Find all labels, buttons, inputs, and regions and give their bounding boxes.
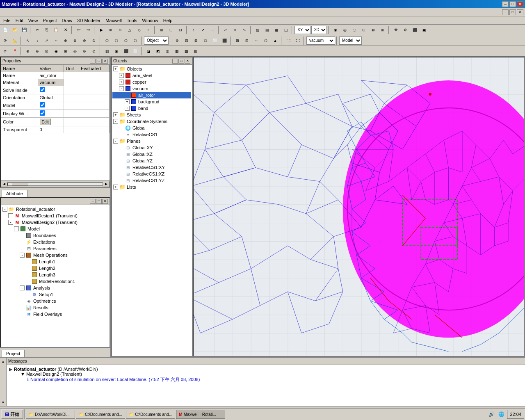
display-wireframe-checkbox[interactable]: [40, 110, 45, 116]
tb-b26[interactable]: 👁: [391, 25, 400, 34]
menu-project[interactable]: Project: [40, 17, 59, 24]
proj-tree-item-mesh-operations[interactable]: -Mesh Operations: [2, 252, 109, 258]
close-button[interactable]: ✕: [517, 1, 523, 7]
project-tab[interactable]: Project: [2, 350, 25, 357]
tb-r2-23[interactable]: ↔: [252, 36, 261, 45]
obj-maximize-btn[interactable]: □: [178, 59, 184, 64]
props-close-btn[interactable]: ✕: [102, 59, 108, 64]
tb-r2-27[interactable]: ⛶: [293, 36, 302, 45]
tb-r2-3[interactable]: ↖: [23, 36, 32, 45]
tb-copy[interactable]: ⎘: [42, 25, 51, 34]
tb-b1[interactable]: ▶: [97, 25, 106, 34]
tb-b6[interactable]: ○: [144, 25, 153, 34]
tb-b11[interactable]: ↗: [199, 25, 208, 34]
tb-b4[interactable]: △: [125, 25, 134, 34]
menu-edit[interactable]: Edit: [13, 17, 26, 24]
tb-r3-9[interactable]: ⊘: [80, 47, 89, 56]
tb-r2-18[interactable]: □: [201, 36, 210, 45]
inner-close-button[interactable]: ✕: [517, 9, 523, 15]
tb-b21[interactable]: ◎: [340, 25, 349, 34]
tb-b8[interactable]: ⊡: [167, 25, 176, 34]
prop-row-material[interactable]: Material vacuum: [1, 79, 110, 86]
tb-b12[interactable]: →: [208, 25, 217, 34]
menu-draw[interactable]: Draw: [59, 17, 75, 24]
tb-r3-11[interactable]: ▥: [103, 47, 112, 56]
tb-r2-17[interactable]: ⊠: [192, 36, 201, 45]
tb-r3-13[interactable]: ⬛: [121, 47, 130, 56]
tb-r2-1[interactable]: ⟳: [1, 36, 10, 45]
obj-tree-item-coordinate-systems[interactable]: -📁Coordinate Systems: [112, 118, 191, 125]
prop-row-display[interactable]: Display Wi...: [1, 110, 110, 118]
prop-trans-value[interactable]: 0: [38, 126, 64, 133]
prop-row-orient[interactable]: Orientation Global: [1, 94, 110, 101]
menu-tools[interactable]: Tools: [124, 17, 140, 24]
props-maximize-btn[interactable]: □: [96, 59, 102, 64]
prop-model-value[interactable]: [38, 101, 64, 110]
obj-tree-item-objects[interactable]: +📁Objects: [112, 66, 191, 72]
obj-tree-item-global-xy[interactable]: ⊟Global:XY: [112, 144, 191, 151]
proj-tree-item-modelresolution1[interactable]: ModelResolution1: [2, 278, 109, 285]
taskbar-item-explorer1[interactable]: 📁 D:\Ansoft\WorkDi...: [26, 410, 75, 419]
prop-row-name[interactable]: Name air_rotor: [1, 72, 110, 79]
proj-tree-item-length3[interactable]: Length3: [2, 272, 109, 278]
tree-minimize-btn[interactable]: ─: [90, 199, 96, 204]
tb-r2-14[interactable]: ⬡: [131, 36, 140, 45]
obj-tree-item-relativecs1[interactable]: ⌖RelativeCS1: [112, 131, 191, 138]
tb-r2-4[interactable]: ↕: [33, 36, 42, 45]
prop-solve-value[interactable]: [38, 86, 64, 94]
prop-row-model[interactable]: Model: [1, 101, 110, 110]
tb-paste[interactable]: 📋: [52, 25, 61, 34]
tb-b23[interactable]: ⊡: [359, 25, 368, 34]
tb-new[interactable]: 📄: [1, 25, 10, 34]
tb-b16[interactable]: ▨: [253, 25, 262, 34]
3d-viewport[interactable]: X Y Z: [194, 57, 524, 356]
tb-b2[interactable]: ⊕: [106, 25, 115, 34]
hscroll-left-btn[interactable]: ◀: [1, 181, 7, 187]
prop-display-value[interactable]: [38, 110, 64, 118]
maximize-button[interactable]: □: [509, 1, 516, 7]
tb-b13[interactable]: ⤢: [221, 25, 230, 34]
tb-b18[interactable]: ▦: [272, 25, 281, 34]
tb-r2-9[interactable]: ⊘: [80, 36, 89, 45]
prop-color-value[interactable]: Edit: [38, 118, 64, 126]
hscroll-thumb[interactable]: [12, 183, 28, 185]
tb-undo[interactable]: ↩: [74, 25, 83, 34]
tb-r3-19[interactable]: ▩: [182, 47, 191, 56]
prop-name-value[interactable]: air_rotor: [38, 72, 64, 79]
tb-r3-14[interactable]: ⬜: [131, 47, 140, 56]
taskbar-item-explorer3[interactable]: 📁 C:\Documents and...: [126, 410, 175, 419]
prop-row-transparent[interactable]: Transparent 0: [1, 126, 110, 133]
obj-tree-item-arm-steel[interactable]: +arm_steel: [112, 72, 191, 79]
obj-tree-item-global-yz[interactable]: ⊟Global:YZ: [112, 158, 191, 164]
attribute-tab[interactable]: Attribute: [2, 190, 27, 197]
hscroll-track[interactable]: [7, 183, 103, 186]
tb-b20[interactable]: ◉: [331, 25, 340, 34]
tb-b29[interactable]: ▣: [420, 25, 429, 34]
tb-cut[interactable]: ✂: [33, 25, 42, 34]
tb-r3-1[interactable]: ⟳: [1, 47, 10, 56]
prop-row-solve[interactable]: Solve Inside: [1, 86, 110, 94]
tb-r3-16[interactable]: ◩: [153, 47, 162, 56]
proj-tree-item-maxwelldesign2--transient-[interactable]: -MMaxwellDesign2 (Transient): [2, 219, 109, 226]
tb-r3-18[interactable]: ▦: [172, 47, 181, 56]
menu-help[interactable]: Help: [161, 17, 175, 24]
color-edit-button[interactable]: Edit: [40, 119, 51, 125]
obj-tree-item-band[interactable]: +band: [112, 105, 191, 112]
tb-b17[interactable]: ▤: [262, 25, 272, 34]
tree-close-btn[interactable]: ✕: [102, 199, 108, 204]
tb-r2-21[interactable]: ⊞: [233, 36, 242, 45]
proj-tree-item-rotational-actuator[interactable]: -📁Rotational_actuator: [2, 206, 109, 212]
proj-tree-item-maxwelldesign1--transient-[interactable]: -MMaxwellDesign1 (Transient): [2, 212, 109, 219]
proj-tree-item-parameters[interactable]: ⊞Parameters: [2, 245, 109, 252]
tb-b14[interactable]: ⊕: [231, 25, 240, 34]
proj-tree-item-setup1[interactable]: ⚙Setup1: [2, 291, 109, 298]
obj-tree-item-sheets[interactable]: +📁Sheets: [112, 112, 191, 118]
scroll-up-btn[interactable]: ▲: [0, 358, 6, 364]
proj-tree-item-field-overlays[interactable]: ≋Field Overlays: [2, 311, 109, 317]
tb-r3-2[interactable]: 📍: [10, 47, 19, 56]
tb-r2-24[interactable]: ⬡: [261, 36, 270, 45]
obj-tree-item-relativecs1-yz[interactable]: ⊟RelativeCS1:YZ: [112, 177, 191, 184]
tb-r3-4[interactable]: ⊖: [33, 47, 42, 56]
tb-b10[interactable]: ↑: [189, 25, 198, 34]
obj-tree-item-planes[interactable]: -📁Planes: [112, 138, 191, 144]
